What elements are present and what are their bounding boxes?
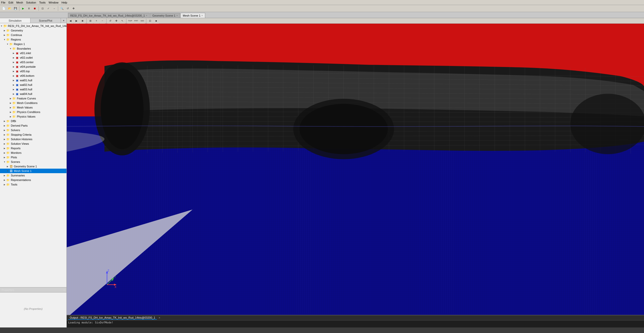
vp-btn-3[interactable]: ▣ (80, 18, 85, 24)
toolbar-run[interactable]: ▶ (20, 6, 26, 11)
panel-tab-simulation[interactable]: Simulation (0, 18, 30, 23)
toolbar-step[interactable]: → (51, 6, 57, 11)
vp-wireframe[interactable]: ⊡ (147, 18, 153, 24)
tree-solvers[interactable]: ▶ 📁 Solvers (0, 128, 66, 132)
tree-physics-values[interactable]: ▶ 📁 Physics Values (0, 114, 66, 119)
tree-mesh-scene-1-arrow[interactable]: ▼ (6, 169, 9, 173)
tree-root[interactable]: ▼ 📁 RESI_FS_DH_Ice_Amax_TK_Init_wo_Rud_1… (0, 24, 66, 28)
tree-regions[interactable]: ▼ 📁 Regions (0, 37, 66, 42)
tree-tools[interactable]: ▶ 📁 Tools (0, 182, 66, 187)
menu-edit[interactable]: Edit (9, 1, 13, 4)
toolbar-check[interactable]: ✓ (46, 6, 51, 11)
panel-options-btn[interactable]: ▼ (61, 18, 66, 23)
vp-view-front[interactable]: FRT (133, 18, 139, 24)
menu-help[interactable]: Help (61, 1, 67, 4)
vp-fit[interactable]: ⊞ (88, 18, 93, 24)
toolbar-pause[interactable]: ⏸ (26, 6, 32, 11)
tab-simulation-close[interactable]: × (146, 14, 147, 17)
toolbar-pan[interactable]: ✥ (71, 6, 76, 11)
vp-btn-1[interactable]: ◀ (68, 18, 73, 24)
output-close-btn[interactable]: × (159, 316, 160, 319)
tree-geometry[interactable]: ▶ 📁 Geometry (0, 28, 66, 33)
tree-dfbi[interactable]: ▶ 📁 DfBi (0, 119, 66, 123)
tree-summaries[interactable]: ▶ 📁 Summaries (0, 173, 66, 178)
tree-solution-histories[interactable]: ▶ 📁 Solution Histories (0, 137, 66, 141)
tree-geometry-scene-1[interactable]: ▶ 🖼 Geometry Scene 1 (0, 164, 66, 169)
tree-mesh-scene-1[interactable]: ▼ 🖼 Mesh Scene 1 (0, 169, 66, 173)
menu-tools[interactable]: Tools (39, 1, 46, 4)
tree-geometry-arrow[interactable]: ▶ (3, 28, 6, 33)
toolbar-stop[interactable]: ⏹ (32, 6, 38, 11)
tab-geometry-scene[interactable]: Geometry Scene 1 × (150, 13, 180, 18)
tree-boundaries[interactable]: ▼ 📁 Boundaries (0, 46, 66, 51)
menu-mesh[interactable]: Mesh (16, 1, 23, 4)
tree-vt05-arrow[interactable]: ▶ (12, 69, 15, 73)
tab-mesh-close[interactable]: × (201, 14, 203, 17)
tree-region1[interactable]: ▼ 📁 Region 1 (0, 42, 66, 46)
tree-vt04[interactable]: ▶ ▣ vt04.portside (0, 64, 66, 69)
tree-physics-conditions[interactable]: ▶ 📁 Physics Conditions (0, 110, 66, 114)
menu-file[interactable]: File (1, 1, 6, 4)
tree-plots-arrow[interactable]: ▶ (3, 155, 6, 160)
tree-feature-curves[interactable]: ▶ 📁 Feature Curves (0, 96, 66, 101)
vp-select[interactable]: ↖ (120, 18, 125, 24)
tree-mesh-conditions-arrow[interactable]: ▶ (9, 101, 12, 105)
tree-boundaries-arrow[interactable]: ▼ (9, 46, 12, 51)
tree-vt06-arrow[interactable]: ▶ (12, 73, 15, 78)
toolbar-save[interactable]: 💾 (13, 6, 18, 11)
tree-plots[interactable]: ▶ 📁 Plots (0, 155, 66, 160)
tree-summaries-arrow[interactable]: ▶ (3, 173, 6, 178)
toolbar-open[interactable]: 📂 (7, 6, 12, 11)
toolbar-new[interactable]: 📄 (1, 6, 7, 11)
tree-wal01-arrow[interactable]: ▶ (12, 78, 15, 83)
tree-stopping-criteria-arrow[interactable]: ▶ (3, 132, 6, 137)
tree-mesh-values-arrow[interactable]: ▶ (9, 105, 12, 110)
tab-geometry-close[interactable]: × (176, 14, 178, 17)
tree-vt05[interactable]: ▶ ▣ vt05.top (0, 69, 66, 73)
vp-pan[interactable]: ✥ (114, 18, 119, 24)
props-close[interactable]: × (63, 288, 65, 291)
tree-monitors[interactable]: ▶ 📁 Monitors (0, 151, 66, 155)
tree-solution-views-arrow[interactable]: ▶ (3, 141, 6, 146)
tree-solvers-arrow[interactable]: ▶ (3, 128, 6, 132)
tree-vt06[interactable]: ▶ ▣ vt06.bottom (0, 73, 66, 78)
tree-vt02-arrow[interactable]: ▶ (12, 55, 15, 60)
tree-representations-arrow[interactable]: ▶ (3, 178, 6, 182)
vp-zoom-in[interactable]: + (94, 18, 99, 24)
tree-scenes-arrow[interactable]: ▼ (3, 160, 6, 164)
tree-mesh-conditions[interactable]: ▶ 📁 Mesh Conditions (0, 101, 66, 105)
tree-tools-arrow[interactable]: ▶ (3, 182, 6, 187)
tree-derived-parts[interactable]: ▶ 📁 Derived Parts (0, 123, 66, 128)
tree-continua-arrow[interactable]: ▶ (3, 33, 6, 37)
tree-vt03-arrow[interactable]: ▶ (12, 60, 15, 64)
tree-vt02[interactable]: ▶ ▣ vt02.outlet (0, 55, 66, 60)
tree-feature-curves-arrow[interactable]: ▶ (9, 96, 12, 101)
tree-wal02-arrow[interactable]: ▶ (12, 83, 15, 87)
tree-wal04[interactable]: ▶ ▣ wal04.hull (0, 92, 66, 96)
panel-tab-scene-plot[interactable]: Scene/Plot (30, 18, 61, 23)
tree-regions-arrow[interactable]: ▼ (3, 37, 6, 42)
tree-root-arrow[interactable]: ▼ (0, 24, 3, 28)
tree-vt01[interactable]: ▶ ▣ vt01.inlet (0, 51, 66, 55)
tree-reports[interactable]: ▶ 📁 Reports (0, 146, 66, 151)
tree-derived-parts-arrow[interactable]: ▶ (3, 123, 6, 128)
tree-wal03-arrow[interactable]: ▶ (12, 87, 15, 92)
tree-physics-conditions-arrow[interactable]: ▶ (9, 110, 12, 114)
tree-scenes[interactable]: ▼ 📁 Scenes (0, 160, 66, 164)
vp-zoom-out[interactable]: − (100, 18, 105, 24)
tree-stopping-criteria[interactable]: ▶ 📁 Stopping Criteria (0, 132, 66, 137)
tree-region1-arrow[interactable]: ▼ (6, 42, 9, 46)
menu-solution[interactable]: Solution (26, 1, 36, 4)
output-tab[interactable]: Output - RESI_FS_DH_Ice_Amax_TK_Init_wo_… (68, 316, 157, 320)
tree-vt03[interactable]: ▶ ▣ vt03.center (0, 60, 66, 64)
viewport-3d[interactable]: Z Y X (67, 24, 644, 315)
tree-vt01-arrow[interactable]: ▶ (12, 51, 15, 55)
tree-vt04-arrow[interactable]: ▶ (12, 64, 15, 69)
tree-physics-values-arrow[interactable]: ▶ (9, 114, 12, 119)
tree-geometry-scene-1-arrow[interactable]: ▶ (6, 164, 9, 169)
vp-rotate[interactable]: ↺ (108, 18, 113, 24)
menu-window[interactable]: Window (49, 1, 58, 4)
tab-mesh-scene[interactable]: Mesh Scene 1 × (181, 13, 205, 18)
toolbar-zoom[interactable]: 🔍 (59, 6, 65, 11)
tree-wal02[interactable]: ▶ ▣ wal02.hull (0, 83, 66, 87)
